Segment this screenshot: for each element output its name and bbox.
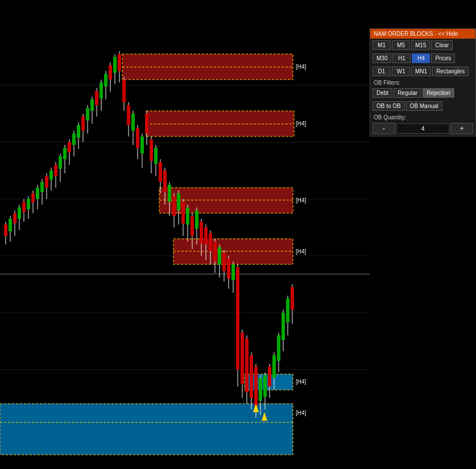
svg-rect-116 bbox=[209, 233, 212, 251]
filters-label: OB Filters: bbox=[370, 78, 475, 86]
svg-rect-88 bbox=[145, 114, 148, 134]
btn-h4[interactable]: H4 bbox=[412, 53, 430, 63]
svg-rect-96 bbox=[163, 171, 167, 192]
quantity-plus-button[interactable]: + bbox=[450, 123, 473, 134]
svg-rect-84 bbox=[136, 128, 139, 148]
svg-rect-46 bbox=[49, 171, 53, 180]
svg-rect-134 bbox=[250, 355, 253, 398]
svg-rect-108 bbox=[191, 216, 194, 236]
svg-rect-52 bbox=[63, 148, 67, 159]
btn-d1[interactable]: D1 bbox=[372, 67, 391, 76]
btn-ob-to-ob[interactable]: OB to OB bbox=[372, 101, 405, 111]
svg-rect-72 bbox=[109, 65, 112, 80]
quantity-display: 4 bbox=[396, 123, 449, 134]
svg-rect-48 bbox=[54, 165, 57, 176]
filters-row-1: Debt Regular Rejection bbox=[370, 86, 475, 99]
svg-rect-94 bbox=[159, 162, 162, 182]
svg-rect-58 bbox=[77, 125, 80, 138]
svg-rect-40 bbox=[36, 188, 39, 199]
svg-rect-22 bbox=[0, 404, 293, 455]
btn-m5[interactable]: M5 bbox=[392, 40, 410, 50]
btn-ob-manual[interactable]: OB Manual bbox=[406, 101, 442, 111]
svg-rect-70 bbox=[104, 74, 107, 86]
svg-rect-82 bbox=[131, 114, 135, 131]
quantity-minus-button[interactable]: - bbox=[372, 123, 395, 134]
svg-rect-54 bbox=[68, 142, 71, 152]
svg-rect-154 bbox=[291, 287, 294, 310]
timeframe-row-3: D1 W1 MN1 Rectangles bbox=[370, 65, 475, 78]
svg-rect-146 bbox=[272, 355, 276, 378]
svg-rect-26 bbox=[4, 225, 7, 236]
svg-rect-100 bbox=[172, 196, 176, 216]
svg-rect-106 bbox=[186, 207, 189, 225]
svg-rect-80 bbox=[127, 105, 130, 125]
svg-rect-90 bbox=[150, 139, 153, 161]
svg-rect-92 bbox=[154, 148, 158, 164]
btn-m1[interactable]: M1 bbox=[372, 40, 391, 50]
btn-rectangles[interactable]: Rectangles bbox=[432, 67, 469, 76]
svg-rect-122 bbox=[222, 253, 226, 271]
svg-rect-30 bbox=[13, 213, 16, 223]
svg-rect-38 bbox=[31, 193, 35, 202]
btn-clear[interactable]: Clear bbox=[431, 40, 453, 50]
svg-text:[H4]: [H4] bbox=[296, 121, 307, 127]
btn-m30[interactable]: M30 bbox=[372, 53, 391, 63]
quantity-label: OB Quantity: bbox=[370, 113, 475, 121]
panel: NAM ORDER BLOCKS - << Hide M1 M5 M15 Cle… bbox=[370, 28, 476, 136]
btn-rejection[interactable]: Rejection bbox=[423, 88, 454, 98]
panel-title: NAM ORDER BLOCKS - << Hide bbox=[374, 31, 458, 37]
svg-rect-60 bbox=[81, 117, 85, 131]
svg-rect-86 bbox=[140, 136, 144, 153]
panel-header: NAM ORDER BLOCKS - << Hide bbox=[370, 29, 475, 39]
svg-rect-76 bbox=[118, 54, 121, 71]
svg-rect-148 bbox=[277, 335, 280, 361]
svg-rect-78 bbox=[122, 80, 126, 102]
svg-text:[H4]: [H4] bbox=[296, 64, 307, 70]
svg-rect-150 bbox=[282, 313, 285, 340]
svg-rect-126 bbox=[231, 264, 235, 280]
svg-rect-140 bbox=[259, 378, 262, 401]
btn-regular[interactable]: Regular bbox=[394, 88, 421, 98]
svg-rect-42 bbox=[40, 182, 44, 192]
btn-mn1[interactable]: MN1 bbox=[411, 67, 431, 76]
timeframe-row-1: M1 M5 M15 Clear bbox=[370, 39, 475, 52]
svg-rect-56 bbox=[72, 134, 76, 145]
btn-debt[interactable]: Debt bbox=[372, 88, 392, 98]
svg-text:[H4]: [H4] bbox=[296, 197, 307, 204]
btn-w1[interactable]: W1 bbox=[392, 67, 410, 76]
svg-rect-28 bbox=[9, 219, 12, 231]
svg-rect-62 bbox=[86, 108, 89, 121]
svg-rect-132 bbox=[245, 338, 249, 392]
svg-rect-68 bbox=[100, 82, 103, 98]
filters-row-2: OB to OB OB Manual bbox=[370, 99, 475, 113]
svg-rect-74 bbox=[113, 57, 117, 73]
svg-rect-50 bbox=[59, 156, 62, 169]
svg-rect-118 bbox=[213, 242, 217, 262]
svg-rect-66 bbox=[95, 91, 98, 105]
svg-rect-98 bbox=[168, 185, 171, 202]
svg-rect-102 bbox=[177, 193, 180, 210]
btn-h1[interactable]: H1 bbox=[392, 53, 411, 63]
svg-rect-110 bbox=[195, 210, 198, 229]
svg-rect-64 bbox=[90, 99, 94, 111]
svg-rect-44 bbox=[45, 176, 48, 188]
svg-rect-152 bbox=[286, 298, 289, 322]
quantity-row: - 4 + bbox=[370, 121, 475, 136]
svg-text:[H4]: [H4] bbox=[296, 248, 307, 255]
timeframe-row-2: M30 H1 H4 Prices bbox=[370, 52, 475, 65]
btn-m15[interactable]: M15 bbox=[411, 40, 430, 50]
svg-rect-142 bbox=[263, 375, 267, 397]
svg-rect-32 bbox=[18, 207, 21, 219]
svg-rect-128 bbox=[236, 267, 239, 370]
btn-prices[interactable]: Prices bbox=[431, 53, 455, 63]
svg-rect-34 bbox=[22, 202, 26, 212]
svg-text:[H4]: [H4] bbox=[296, 410, 307, 416]
svg-rect-130 bbox=[241, 333, 244, 384]
svg-rect-114 bbox=[204, 227, 208, 244]
svg-rect-136 bbox=[254, 367, 258, 406]
svg-rect-104 bbox=[181, 202, 185, 223]
chart-area: [H4] [H4] [H4] [H4] [H4] [H4] bbox=[0, 0, 370, 469]
svg-rect-144 bbox=[268, 367, 271, 387]
svg-rect-36 bbox=[27, 199, 30, 209]
svg-rect-112 bbox=[200, 222, 203, 243]
